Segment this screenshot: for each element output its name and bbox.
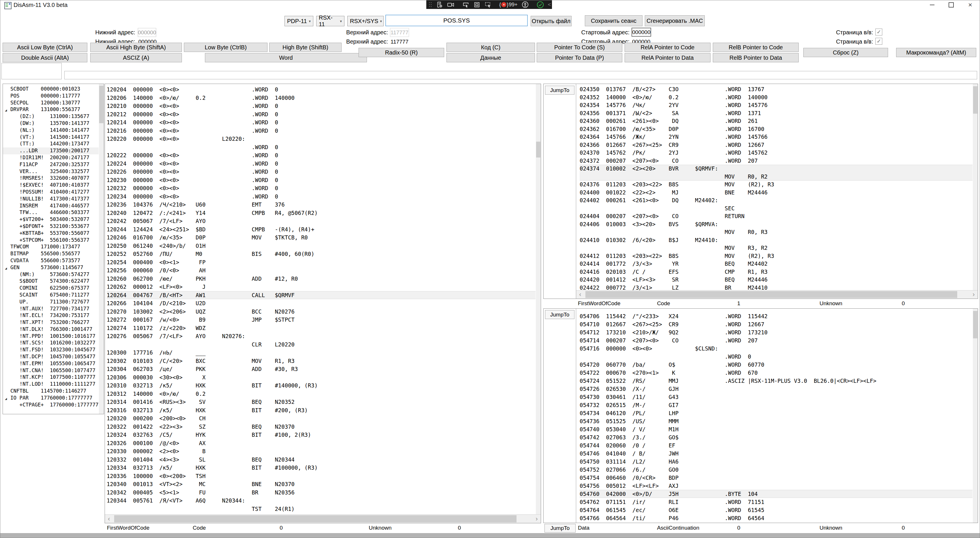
tree-item-tfwcom[interactable]: TFWCOM 171000:173477 [3,243,99,251]
tree-item-drvpar[interactable]: DRVPAR 131000:556377◢ [3,106,99,113]
code-listing-vscrollbar[interactable] [973,84,978,290]
tree-item-f11acp[interactable]: F11ACP 247200:325377 [3,161,99,168]
action-button-rela-pointer-to-data[interactable]: RelA Pointer to Data [625,53,711,62]
tree-item-ntepm[interactable]: !NT.EPM! 1055500:1065477 [3,360,99,367]
cpu-select[interactable]: PDP-11▾ [285,16,313,26]
action-button-word[interactable]: Word [205,53,367,62]
listing-row-120304[interactable]: 120304 062703 /це/ PKK ADD #30, R3 [107,365,536,373]
listing-row-054724[interactable]: 054724 051522 /RS/ MMJ .ASCIZ |RSX-11M-P… [580,377,972,385]
tree-item-ntkcp[interactable]: !NT.KCP! 1077500:1107777 [3,374,99,381]
tree-item-sboot[interactable]: S$BOOT 574300:622477 [3,278,99,285]
action-button-asciz[interactable]: ASCIZ (A) [90,53,182,62]
tree-item-kbttab[interactable]: +KBTTAB+ 553700:556077 [3,230,99,237]
listing-row-054720[interactable]: 054720 060770 /ba/ O$ .WORD 60770 [580,361,972,369]
tree-item-dfont[interactable]: +$DFONT+ 532100:553677 [3,223,99,230]
listing-row-054716[interactable]: 054716 000000 <0><0> $CLSND: .WORD 0 [580,345,972,361]
tree-item-dir11m[interactable]: !DIR11M! 200200:247177 [3,154,99,161]
listing-row-120234[interactable]: 120234 000000 <0><0> .WORD 0 [107,192,536,201]
status-ok-icon[interactable] [536,1,544,9]
jump-to-button-bottom[interactable]: JumpTo [545,310,574,319]
collapse-chevron-icon[interactable]: < [548,2,551,8]
listing-row-120272[interactable]: 120272 000167 /w/<0> B9 JMP $STPCT [107,316,536,324]
listing-row-120306[interactable]: 120306 000030 <30><0> X [107,373,536,382]
listing-row-120336[interactable]: 120336 100000 <0><200> TSH [107,472,536,480]
action-button-high-byte[interactable]: High Byte (ShiftB) [269,43,342,52]
listing-row-054766[interactable]: 054766 064564 /ti/ P46 .WORD 64564 [580,514,972,522]
listing-row-024372[interactable]: 024372 000207 <207><0> CO .WORD 207 [580,157,972,165]
listing-row-024350[interactable]: 024350 013767 /B/<27> C3O .WORD 13767 [580,85,972,93]
listing-row-120332[interactable]: 120332 001404 <4><3> SL BEQ N20344 [107,455,536,464]
listing-row-120322[interactable]: 120322 001422 <22><3> SZ BEQ N20370 [107,423,536,431]
listing-row-024364[interactable]: 024364 145766 /Жк/ 2YN .WORD 145766 [580,133,972,141]
listing-row-120262[interactable]: 120262 000012 <LF><0> J [107,283,536,291]
tree-scrollbar[interactable] [99,84,104,414]
listing-row-120324[interactable]: 120324 032763 /С5/ HYK BIT #100, 2(R3) [107,431,536,439]
listing-row-120326[interactable]: 120326 000100 /@/<0> AX [107,439,536,447]
tree-item-tfw[interactable]: TFW... 446600:503377 [3,209,99,216]
tree-item-cnftbl[interactable]: CNFTBL 1145700:1146277 [3,388,99,394]
listing-row-054754[interactable]: 054754 006460 /0/<CR> BDP [580,474,972,482]
io-page-checkbox-2[interactable]: ✓ [875,38,882,45]
window-capture-icon[interactable] [473,1,480,8]
listing-row-120204[interactable]: 120204 000000 <0><0> .WORD 0 [107,85,536,94]
data-listing-vscrollbar-thumb[interactable] [973,311,977,338]
listing-row-120302[interactable]: 120302 010103 /C/<20> BXC MOV R1, R3 [107,357,536,365]
listing-row-120254[interactable]: 120254 000400 <0><1> FP [107,258,536,267]
listing-row-120330[interactable]: 120330 000002 <2><0> B [107,447,536,455]
tree-item-ldr[interactable]: ...LDR 173500:200177 [3,147,99,154]
code-listing-hscrollbar[interactable]: ‹ › [576,290,978,299]
filesystem-select[interactable]: RSX+/SYS▾ [347,16,383,26]
action-button-macro[interactable]: Макрокоманда? (AltM) [896,48,976,57]
listing-row-120214[interactable]: 120214 000000 <0><0> .WORD 0 [107,118,536,127]
listing-row-024352[interactable]: 024352 140000 <0>/ю/ 0.2 .WORD 140000 [580,93,972,102]
tree-item-ntdcp[interactable]: !NT.DCP! 1045700:1055477 [3,353,99,360]
listing-row-054756[interactable]: 054756 005012 <LF><LF> AXJ [580,482,972,490]
listing-row-054764[interactable]: 054764 061545 /ec/ O6E .WORD 61545 [580,506,972,514]
action-button-double-ascii[interactable]: Double Ascii (AltA) [3,53,88,62]
tree-item-insrem[interactable]: INSREM 417400:446577 [3,203,99,209]
listing-row-120244[interactable]: 120244 124424 <24><251> $BD CMPB -(R4), … [107,225,536,234]
listing-row-054712[interactable]: 054712 173210 <210>/Ж/ 9Q2 .WORD 173210 [580,328,972,336]
tree-item-ntecl[interactable]: !NT.ECL! 734200:753177 [3,312,99,319]
listing-row-120212[interactable]: 120212 000000 <0><0> .WORD 0 [107,110,536,118]
listing-row-120230[interactable]: 120230 000000 <0><0> .WORD 0 [107,176,536,184]
listing-row-120206[interactable]: 120206 140000 <0>/ю/ 0.2 .WORD 140000 [107,94,536,102]
tree-item-stpcom[interactable]: +STPCOM+ 556100:556377 [3,237,99,244]
tree-item-ntscs[interactable]: !NT.SCS! 1016200:1032277 [3,340,99,346]
listing-row-054762[interactable]: 054762 071151 /ir/ RLI .WORD 71151 [580,498,972,506]
main-listing-hscrollbar[interactable]: ‹ › [105,514,541,523]
action-button-rela-pointer-to-code[interactable]: RelA Pointer to Code [625,43,711,52]
tree-item-nm[interactable]: (NM:) 573600:574277 [3,271,99,278]
left-empty-box[interactable] [2,63,62,79]
tree-item-possum[interactable]: !POSSUM! 410400:417277 [3,188,99,196]
listing-row-120344[interactable]: 120344 005761 /Я/<VT> A6Q N20344: TST 24… [107,496,536,513]
listing-row-054732[interactable]: 054732 026515 /M-/ GI7 [580,401,972,409]
listing-row-120250[interactable]: 120250 061240 <240>/b/ O1H [107,242,536,250]
upper-address-input[interactable]: 117777 [390,28,409,37]
tree-item-ntxpt[interactable]: !NT.XPT! 753200:766277 [3,319,99,326]
tree-item-secpol[interactable]: SECPOL 120000:130777 [3,99,99,107]
listing-row-054726[interactable]: 054726 026530 /X-/ GJH [580,385,972,393]
listing-row-120276[interactable]: 120276 005067 /7/<LF> AYO N20276: CLR L2… [107,332,536,348]
action-button-code[interactable]: Код (C) [447,43,535,52]
main-listing-vscrollbar[interactable] [536,84,541,514]
tree-item-gen[interactable]: GEN 573600:1145677◢ [3,264,99,271]
listing-row-120266[interactable]: 120266 104104 /D/<210> U2D [107,299,536,308]
listing-row-120224[interactable]: 120224 000000 <0><0> .WORD 0 [107,160,536,168]
listing-row-024402[interactable]: 024402 000261 <261><0> DQ M24402: SEC [580,196,972,212]
listing-row-024404[interactable]: 024404 000207 <207><0> CO RETURN [580,212,972,220]
listing-row-024410[interactable]: 024410 010302 /6/<20> B$J M24410: MOV R3… [580,236,972,252]
jump-to-button-status[interactable]: JumpTo [544,524,576,533]
tree-item-pos[interactable]: POS 000000:117777 [3,93,99,99]
tree-item-dw[interactable]: (DW:) 135700:141377 [3,120,99,127]
action-button-radix-50[interactable]: Radix-50 (R) [359,48,444,57]
listing-row-120312[interactable]: 120312 140000 <0>/ю/ 0.2 [107,390,536,398]
listing-row-054736[interactable]: 054736 051525 /US/ MMM [580,417,972,425]
tree-item-ntfsd[interactable]: !NT.FSD! 1032300:1045677 [3,346,99,353]
tree-item-comini[interactable]: COMINI 622500:675377 [3,285,99,292]
io-page-checkbox[interactable]: ✓ [875,29,882,35]
listing-row-120240[interactable]: 120240 120472 /:/<241> Y14 CMPB R4, @506… [107,209,536,217]
listing-row-024360[interactable]: 024360 000261 <261><0> DQ .WORD 261 [580,117,972,125]
listing-row-120320[interactable]: 120320 000200 <200><0> CH [107,414,536,423]
region-select-icon[interactable] [462,1,469,8]
